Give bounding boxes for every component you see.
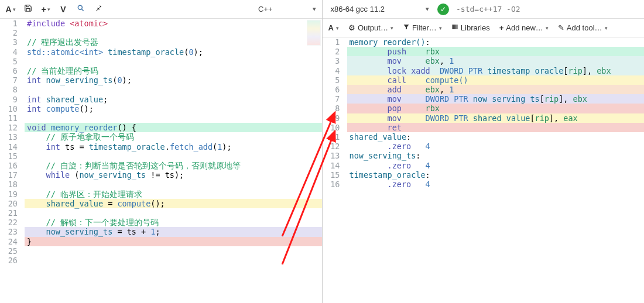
code-line[interactable]: 26	[0, 256, 322, 265]
line-number: 26	[0, 256, 25, 265]
code-line[interactable]: 21	[0, 208, 322, 218]
filter-button[interactable]: Filter…▾	[399, 21, 446, 35]
svg-rect-2	[452, 25, 454, 29]
code-content: mov ebx, 1	[347, 56, 645, 66]
code-line[interactable]: 12 .zero 4	[323, 142, 645, 151]
code-line[interactable]: 11shared_value:	[323, 132, 645, 142]
source-editor[interactable]: 1#include <atomic>23// 程序退出发号器4std::atom…	[0, 19, 322, 303]
code-line[interactable]: 9int shared_value;	[0, 95, 322, 104]
code-content	[25, 208, 322, 218]
code-line[interactable]: 9 mov DWORD PTR shared_value[rip], eax	[323, 113, 645, 123]
line-number: 8	[323, 104, 347, 113]
code-content: pop rbx	[347, 104, 645, 113]
code-line[interactable]: 5 call compute()	[323, 75, 645, 85]
code-line[interactable]: 4std::atomic<int> timestamp_oracle(0);	[0, 47, 322, 57]
line-number: 7	[323, 94, 347, 104]
libraries-button[interactable]: Libraries	[448, 21, 494, 35]
line-number: 18	[0, 180, 25, 189]
code-line[interactable]: 10 ret	[323, 123, 645, 132]
code-line[interactable]: 13 // 原子地拿取一个号码	[0, 132, 322, 142]
code-content	[25, 152, 322, 161]
code-line[interactable]: 1#include <atomic>	[0, 19, 322, 28]
code-line[interactable]: 7int now_serving_ts(0);	[0, 75, 322, 85]
code-line[interactable]: 2 push rbx	[323, 47, 645, 56]
code-content	[25, 113, 322, 123]
code-content: call compute()	[347, 75, 645, 85]
add-tool-button[interactable]: ✎Add tool…▾	[554, 21, 611, 35]
code-line[interactable]: 17 while (now_serving_ts != ts);	[0, 170, 322, 180]
funnel-icon	[403, 23, 410, 32]
plus-icon: +	[499, 23, 504, 32]
book-icon	[451, 23, 458, 32]
code-line[interactable]: 15timestamp_oracle:	[323, 170, 645, 180]
add-new-button[interactable]: +Add new…▾	[496, 21, 552, 35]
code-line[interactable]: 13now_serving_ts:	[323, 151, 645, 160]
code-line[interactable]: 12void memory_reorder() {	[0, 123, 322, 132]
line-number: 8	[0, 85, 25, 94]
code-line[interactable]: 14 int ts = timestamp_oracle.fetch_add(1…	[0, 142, 322, 152]
code-line[interactable]: 24}	[0, 237, 322, 246]
code-line[interactable]: 2	[0, 28, 322, 37]
line-number: 20	[0, 199, 25, 208]
chevron-down-icon[interactable]: ▾	[313, 5, 316, 13]
code-line[interactable]: 19 // 临界区：开始处理请求	[0, 190, 322, 199]
save-icon	[24, 4, 32, 14]
code-line[interactable]: 16 // 自旋：判断当前是否轮到这个号码，否则就原地等	[0, 161, 322, 170]
code-line[interactable]: 22 // 解锁：下一个要处理的号码	[0, 218, 322, 227]
code-line[interactable]: 25	[0, 246, 322, 256]
code-line[interactable]: 6 add ebx, 1	[323, 85, 645, 94]
code-line[interactable]: 20 shared_value = compute();	[0, 199, 322, 208]
code-content: int shared_value;	[25, 95, 322, 104]
line-number: 23	[0, 227, 25, 236]
code-line[interactable]: 6// 当前处理的号码	[0, 66, 322, 75]
code-line[interactable]: 1memory_reorder():	[323, 37, 645, 47]
code-line[interactable]: 18	[0, 180, 322, 189]
line-number: 10	[323, 123, 347, 132]
font-size-button[interactable]: A▾	[2, 2, 19, 17]
code-line[interactable]: 7 mov DWORD PTR now_serving_ts[rip], ebx	[323, 94, 645, 104]
code-content: .zero 4	[347, 180, 645, 189]
code-content: int ts = timestamp_oracle.fetch_add(1);	[25, 142, 322, 152]
code-line[interactable]: 16 .zero 4	[323, 180, 645, 189]
line-number: 12	[0, 123, 25, 132]
pencil-icon: ✎	[558, 23, 564, 32]
code-line[interactable]: 10int compute();	[0, 104, 322, 113]
code-content: mov DWORD PTR now_serving_ts[rip], ebx	[347, 94, 645, 104]
code-content: shared_value = compute();	[25, 199, 322, 208]
line-number: 13	[323, 151, 347, 160]
line-number: 11	[0, 113, 25, 123]
code-content: now_serving_ts = ts + 1;	[25, 227, 322, 236]
compiler-options-input[interactable]: -std=c++17 -O2	[453, 4, 640, 15]
add-button[interactable]: +▾	[37, 2, 54, 17]
output-button[interactable]: ⚙Output…▾	[345, 21, 397, 35]
code-line[interactable]: 4 lock xadd DWORD PTR timestamp_oracle[r…	[323, 66, 645, 75]
vim-button[interactable]: V	[55, 2, 71, 17]
line-number: 21	[0, 208, 25, 218]
code-line[interactable]: 11	[0, 113, 322, 123]
code-content: lock xadd DWORD PTR timestamp_oracle[rip…	[347, 66, 645, 75]
save-button[interactable]	[20, 2, 36, 17]
code-content	[25, 180, 322, 189]
code-line[interactable]: 8 pop rbx	[323, 104, 645, 113]
line-number: 4	[0, 47, 25, 57]
compiler-selector[interactable]: x86-64 gcc 11.2 ▾	[326, 2, 434, 16]
code-line[interactable]: 15	[0, 152, 322, 161]
code-line[interactable]: 5	[0, 57, 322, 66]
code-line[interactable]: 3// 程序退出发号器	[0, 37, 322, 47]
line-number: 2	[323, 47, 347, 56]
code-content	[25, 246, 322, 256]
search-button[interactable]	[73, 2, 89, 17]
code-content: std::atomic<int> timestamp_oracle(0);	[25, 47, 322, 57]
minimap[interactable]	[307, 20, 321, 46]
code-line[interactable]: 23 now_serving_ts = ts + 1;	[0, 227, 322, 236]
pin-button[interactable]	[90, 2, 107, 17]
asm-editor[interactable]: 1memory_reorder():2 push rbx3 mov ebx, 1…	[323, 37, 645, 303]
code-content: // 临界区：开始处理请求	[25, 190, 322, 199]
code-content: void memory_reorder() {	[25, 123, 322, 132]
code-line[interactable]: 3 mov ebx, 1	[323, 56, 645, 66]
code-line[interactable]: 8	[0, 85, 322, 94]
code-line[interactable]: 14 .zero 4	[323, 161, 645, 170]
code-content: add ebx, 1	[347, 85, 645, 94]
font-size-button[interactable]: A▾	[325, 21, 342, 35]
language-selector[interactable]: C++	[252, 2, 308, 16]
